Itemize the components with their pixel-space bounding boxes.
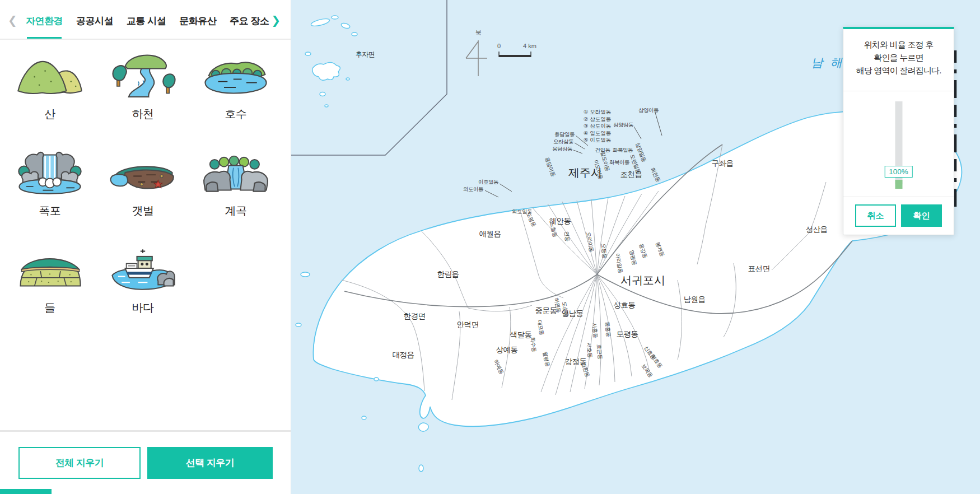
tab-cultural-heritage[interactable]: 문화유산 — [179, 15, 216, 27]
mountain-icon — [15, 48, 85, 102]
symbol-label: 갯벌 — [132, 203, 154, 218]
tab-major-places[interactable]: 주요 장소 — [230, 15, 269, 27]
message-line: 위치와 비율 조정 후 — [848, 38, 949, 51]
crop-dialog: 위치와 비율 조정 후 확인을 누르면 해당 영역이 잘려집니다. 100% 취… — [843, 27, 954, 235]
scale-end-label: 4 km — [523, 43, 536, 49]
symbol-lake[interactable]: 호수 — [189, 48, 282, 122]
legend-line: ① 오라일동 — [584, 109, 611, 116]
symbol-tidal-flat[interactable]: 갯벌 — [96, 145, 189, 218]
scale-start-label: 0 — [497, 43, 501, 49]
symbol-field[interactable]: 들 — [3, 242, 96, 315]
compass-icon — [466, 40, 487, 76]
clear-selected-button[interactable]: 선택 지우기 — [147, 447, 273, 479]
cancel-button[interactable]: 취소 — [855, 204, 896, 227]
tab-public-facilities[interactable]: 공공시설 — [76, 15, 113, 27]
tab-transport-facilities[interactable]: 교통 시설 — [127, 15, 166, 27]
symbol-label: 계곡 — [225, 203, 247, 218]
callout-lines — [485, 113, 662, 197]
crop-dialog-message: 위치와 비율 조정 후 확인을 누르면 해당 영역이 잘려집니다. — [843, 29, 954, 91]
crop-dialog-footer: 취소 확인 — [843, 197, 954, 227]
corner-accent-strip — [0, 489, 52, 494]
symbol-label: 하천 — [132, 106, 154, 122]
valley-icon — [200, 145, 271, 199]
symbol-waterfall[interactable]: 폭포 — [3, 145, 96, 218]
symbol-sidebar: ❮ 자연환경 공공시설 교통 시설 문화유산 주요 장소 ❯ 산 — [0, 0, 291, 494]
symbol-river[interactable]: 하천 — [96, 48, 189, 122]
field-icon — [15, 242, 85, 296]
confirm-button[interactable]: 확인 — [901, 204, 942, 227]
scale-bar — [499, 52, 531, 57]
symbol-label: 호수 — [225, 106, 247, 122]
chevron-left-icon[interactable]: ❮ — [8, 13, 17, 27]
district-number-legend: ① 오라일동② 삼도일동③ 삼도이동④ 일도일동⑤ 이도일동 — [584, 109, 611, 144]
message-line: 해당 영역이 잘려집니다. — [848, 64, 949, 77]
legend-line: ② 삼도일동 — [584, 116, 611, 123]
app: ❮ 자연환경 공공시설 교통 시설 문화유산 주요 장소 ❯ 산 — [0, 0, 980, 494]
chuja-islands — [305, 16, 361, 107]
symbol-grid: 산 하천 — [3, 48, 283, 315]
sea-icon — [108, 242, 178, 296]
clear-all-button[interactable]: 전체 지우기 — [18, 447, 141, 479]
tidal-flat-icon — [108, 145, 178, 199]
lake-icon — [200, 48, 271, 102]
symbol-label: 산 — [44, 106, 55, 122]
message-line: 확인을 누르면 — [848, 51, 949, 64]
tab-natural-environment[interactable]: 자연환경 — [26, 15, 63, 27]
symbol-valley[interactable]: 계곡 — [189, 145, 282, 218]
category-tabbar: ❮ 자연환경 공공시설 교통 시설 문화유산 주요 장소 ❯ — [0, 0, 291, 40]
waterfall-icon — [15, 145, 85, 199]
symbol-label: 바다 — [132, 300, 154, 315]
zoom-slider-section: 100% — [843, 91, 954, 197]
river-icon — [108, 48, 178, 102]
legend-line: ③ 삼도이동 — [584, 123, 611, 130]
legend-line: ④ 일도일동 — [584, 130, 611, 137]
zoom-percent-badge: 100% — [884, 166, 913, 178]
chevron-right-icon[interactable]: ❯ — [271, 13, 281, 27]
zoom-slider-thumb[interactable] — [895, 180, 902, 189]
symbol-sea[interactable]: 바다 — [96, 242, 189, 315]
sidebar-actions: 전체 지우기 선택 지우기 — [0, 432, 291, 494]
symbol-label: 들 — [44, 300, 55, 315]
symbol-mountain[interactable]: 산 — [3, 48, 96, 122]
symbol-label: 폭포 — [39, 203, 61, 218]
legend-line: ⑤ 이도일동 — [584, 137, 611, 144]
active-tab-underline — [27, 37, 62, 39]
